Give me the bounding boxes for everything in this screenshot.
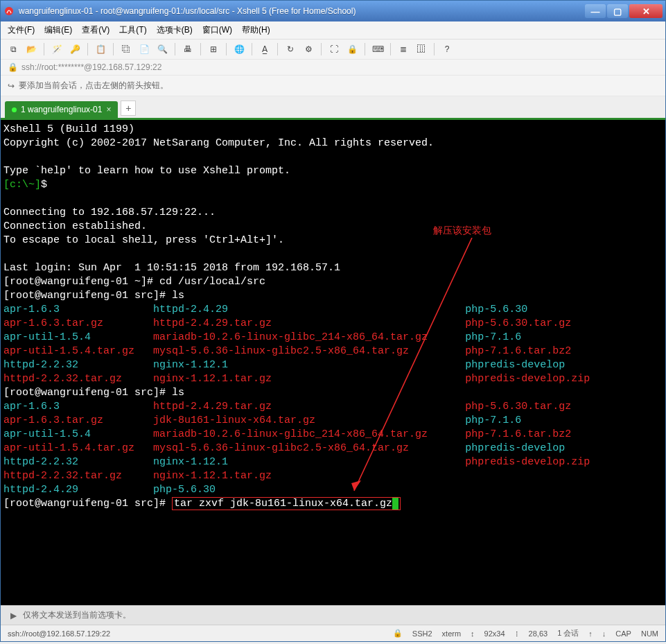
wand-icon[interactable]: 🪄 [50, 42, 64, 56]
properties-icon[interactable]: 📋 [94, 42, 107, 56]
tab-label: 1 wangruifenglinux-01 [21, 105, 102, 114]
toolbar: ⧉ 📂 🪄 🔑 📋 ⿻ 📄 🔍 🖶 ⊞ 🌐 A̲ ↻ ⚙ ⛶ 🔒 ⌨ ≣ ⿲ ? [1, 40, 665, 60]
search-icon[interactable]: 🔍 [155, 42, 169, 56]
address-bar: 🔒 ssh://root:********@192.168.57.129:22 [1, 60, 665, 76]
nav-down-icon[interactable]: ↓ [602, 629, 606, 638]
menu-edit[interactable]: 编辑(E) [44, 24, 72, 36]
terminal[interactable]: Xshell 5 (Build 1199) Copyright (c) 2002… [1, 120, 665, 605]
open-icon[interactable]: 📂 [24, 42, 38, 56]
keyboard-icon[interactable]: ⌨ [371, 42, 385, 56]
status-termtype: xterm [442, 629, 462, 638]
lock-icon[interactable]: 🔒 [345, 42, 359, 56]
help-icon[interactable]: ? [440, 42, 454, 56]
status-bar: ssh://root@192.168.57.129:22 🔒 SSH2 xter… [1, 625, 665, 641]
script-icon[interactable]: ⚙ [301, 42, 315, 56]
fullscreen-icon[interactable]: ⛶ [327, 42, 341, 56]
send-text: 仅将文本发送到当前选项卡。 [23, 609, 131, 621]
session-tab[interactable]: 1 wangruifenglinux-01 × [5, 101, 118, 118]
svg-point-0 [5, 7, 13, 15]
nav-up-icon[interactable]: ↑ [588, 629, 593, 638]
maximize-button[interactable]: ▢ [607, 4, 628, 18]
new-tab-button[interactable]: + [121, 101, 136, 116]
menu-view[interactable]: 查看(V) [82, 24, 109, 36]
menu-help[interactable]: 帮助(H) [242, 24, 270, 36]
globe-icon[interactable]: 🌐 [232, 42, 246, 56]
menu-file[interactable]: 文件(F) [8, 24, 35, 36]
status-proto: SSH2 [412, 629, 432, 638]
print-icon[interactable]: 🖶 [181, 42, 195, 56]
arrow-add-icon[interactable]: ↪ [8, 81, 15, 91]
toggle-icon[interactable]: ≣ [396, 42, 410, 56]
address-text[interactable]: ssh://root:********@192.168.57.129:22 [21, 62, 658, 72]
font-icon[interactable]: A̲ [258, 42, 272, 56]
layout-icon[interactable]: ⊞ [207, 42, 220, 56]
app-icon [3, 6, 15, 17]
tab-close-icon[interactable]: × [106, 105, 111, 114]
send-icon[interactable]: ▶ [8, 611, 19, 620]
lock-small-icon: 🔒 [8, 62, 17, 72]
key-icon[interactable]: 🔑 [68, 42, 82, 56]
status-num: NUM [641, 629, 658, 638]
paste-icon[interactable]: 📄 [137, 42, 151, 56]
compose-icon[interactable]: ⿲ [414, 42, 428, 56]
status-conn: ssh://root@192.168.57.129:22 [8, 629, 110, 638]
tab-strip: 1 wangruifenglinux-01 × + [1, 96, 665, 120]
info-bar: ↪ 要添加当前会话，点击左侧的箭头按钮。 [1, 76, 665, 96]
annotation-text: 解压该安装包 [433, 224, 491, 238]
refresh-icon[interactable]: ↻ [283, 42, 297, 56]
menu-tools[interactable]: 工具(T) [119, 24, 146, 36]
menu-window[interactable]: 窗口(W) [202, 24, 232, 36]
menu-bar: 文件(F) 编辑(E) 查看(V) 工具(T) 选项卡(B) 窗口(W) 帮助(… [1, 21, 665, 40]
minimize-button[interactable]: — [585, 4, 606, 18]
titlebar: wangruifenglinux-01 - root@wangruifeng-0… [1, 1, 665, 21]
status-sessions: 1 会话 [557, 628, 579, 638]
status-cap: CAP [615, 629, 631, 638]
status-pos: 28,63 [529, 629, 548, 638]
menu-tabs[interactable]: 选项卡(B) [157, 24, 193, 36]
new-session-icon[interactable]: ⧉ [6, 42, 20, 56]
send-bar: ▶ 仅将文本发送到当前选项卡。 [1, 605, 665, 625]
lock-status-icon: 🔒 [393, 629, 403, 638]
copy-icon[interactable]: ⿻ [119, 42, 133, 56]
info-text: 要添加当前会话，点击左侧的箭头按钮。 [19, 80, 168, 92]
close-button[interactable]: ✕ [629, 4, 663, 18]
status-dot-icon [12, 107, 17, 112]
status-size: 92x34 [484, 629, 505, 638]
window-title: wangruifenglinux-01 - root@wangruifeng-0… [19, 6, 585, 16]
